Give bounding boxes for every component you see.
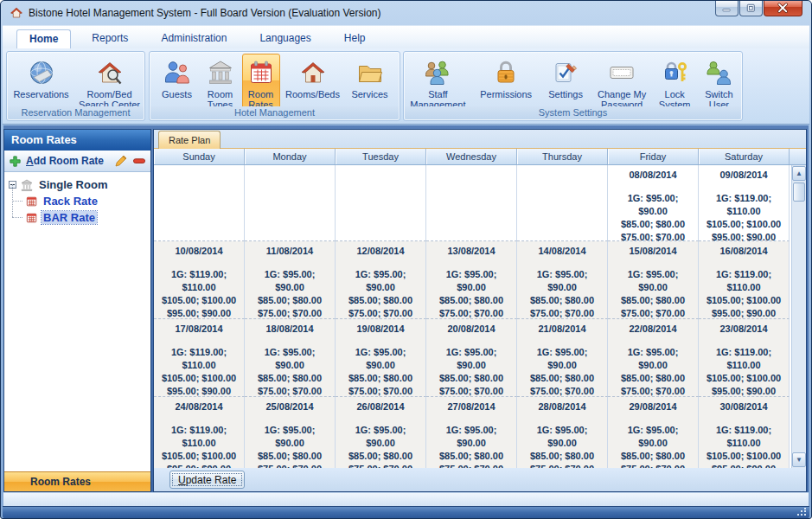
rate-line: $90.00 — [608, 437, 698, 450]
ribbon-button-lock-system[interactable]: Lock System — [655, 54, 695, 112]
menu-tab-help[interactable]: Help — [332, 29, 378, 48]
ribbon-button-room-bed-search-center[interactable]: Room/Bed Search Center — [76, 54, 143, 112]
grid-header-wednesday[interactable]: Wednesday — [426, 149, 517, 164]
rate-cell[interactable]: 18/08/20141G: $95.00;$90.00$85.00; $80.0… — [245, 319, 336, 397]
rate-cell-date: 30/08/2014 — [699, 400, 789, 413]
menu-tab-home[interactable]: Home — [16, 29, 71, 48]
rate-cell[interactable] — [336, 165, 426, 241]
restore-button[interactable] — [739, 0, 763, 16]
rate-cell[interactable]: 25/08/20141G: $95.00;$90.00$85.00; $80.0… — [245, 397, 336, 468]
delete-icon[interactable] — [132, 154, 146, 168]
rate-line: $85.00; $80.00 — [608, 294, 698, 307]
rate-cell[interactable]: 16/08/20141G: $119.00;$110.00$105.00; $1… — [699, 241, 790, 319]
ribbon-button-settings[interactable]: Settings — [542, 54, 590, 102]
rate-cell[interactable]: 27/08/20141G: $95.00;$90.00$85.00; $80.0… — [426, 397, 517, 468]
grid-header-thursday[interactable]: Thursday — [517, 149, 608, 164]
rate-cell[interactable]: 09/08/20141G: $119.00;$110.00$105.00; $1… — [699, 165, 790, 241]
rate-cell[interactable]: 21/08/20141G: $95.00;$90.00$85.00; $80.0… — [517, 319, 608, 397]
rate-cell[interactable]: 08/08/20141G: $95.00;$90.00$85.00; $80.0… — [608, 165, 699, 241]
house-icon — [299, 56, 327, 88]
tree-item-bar-rate[interactable]: BAR Rate — [4, 209, 150, 226]
close-button[interactable] — [764, 0, 802, 16]
rate-line: 1G: $95.00; — [426, 346, 516, 359]
update-rate-button[interactable]: Update Rate — [169, 471, 245, 489]
rate-line: 1G: $95.00; — [608, 192, 698, 205]
vertical-scrollbar[interactable]: ▲ ▼ — [791, 165, 806, 468]
rate-cell-date: 17/08/2014 — [154, 323, 244, 335]
rate-cell[interactable]: 17/08/20141G: $119.00;$110.00$105.00; $1… — [154, 319, 245, 397]
rate-cell[interactable]: 24/08/20141G: $119.00;$110.00$105.00; $1… — [154, 397, 245, 468]
resize-grip-icon[interactable] — [797, 508, 807, 516]
ribbon-button-reservations[interactable]: Reservations — [9, 54, 74, 102]
rate-cell[interactable]: 22/08/20141G: $95.00;$90.00$85.00; $80.0… — [608, 319, 699, 397]
rate-line: $90.00 — [245, 281, 335, 294]
tree-item-rack-rate[interactable]: Rack Rate — [4, 193, 150, 209]
rate-line: 1G: $95.00; — [608, 268, 698, 281]
rate-line: 1G: $95.00; — [426, 268, 516, 281]
ribbon-button-staff-management[interactable]: Staff Management — [406, 54, 470, 112]
grid-header-monday[interactable]: Monday — [245, 149, 336, 164]
notepad-icon — [552, 56, 579, 88]
add-room-rate-button[interactable]: Add Room Rate — [26, 155, 110, 167]
scroll-up-button[interactable]: ▲ — [792, 166, 806, 181]
rate-cell[interactable]: 20/08/20141G: $95.00;$90.00$85.00; $80.0… — [426, 319, 517, 397]
room-rates-nav-button[interactable]: Room Rates — [4, 471, 150, 491]
grid-header-friday[interactable]: Friday — [608, 149, 699, 164]
rate-line: $85.00; $80.00 — [336, 294, 425, 307]
tab-strip: Rate Plan — [154, 130, 806, 149]
rate-cell[interactable] — [154, 165, 245, 241]
ribbon-button-permissions[interactable]: Permissions — [473, 54, 540, 102]
columns-icon — [207, 56, 234, 88]
rate-cell[interactable] — [426, 165, 517, 241]
update-rate-row: Update Rate — [154, 468, 806, 491]
ribbon-group-hotel-management: GuestsRoom TypesRoom RatesRooms/BedsServ… — [149, 51, 400, 121]
rate-cell[interactable]: 19/08/20141G: $95.00;$90.00$85.00; $80.0… — [336, 319, 426, 397]
rate-line: 1G: $119.00; — [699, 192, 789, 205]
rate-cell[interactable]: 12/08/20141G: $95.00;$90.00$85.00; $80.0… — [336, 241, 426, 319]
ribbon-button-label: Settings — [548, 89, 583, 99]
ribbon-button-room-types[interactable]: Room Types — [201, 54, 240, 112]
rate-cell[interactable]: 30/08/20141G: $119.00;$110.00$105.00; $1… — [699, 397, 790, 468]
minimize-button[interactable] — [715, 0, 738, 16]
tab-rate-plan[interactable]: Rate Plan — [158, 131, 221, 149]
ribbon-button-switch-user[interactable]: Switch User — [698, 54, 740, 112]
rate-line: 1G: $95.00; — [336, 424, 425, 437]
sidebar-toolbar: Add Room Rate — [4, 151, 150, 172]
grid-header-sunday[interactable]: Sunday — [154, 149, 245, 164]
rate-line: $110.00 — [154, 359, 244, 372]
grid-header-tuesday[interactable]: Tuesday — [336, 149, 426, 164]
ribbon-button-guests[interactable]: Guests — [156, 54, 199, 102]
menu-tab-reports[interactable]: Reports — [80, 29, 140, 48]
scroll-down-button[interactable]: ▼ — [792, 452, 806, 467]
rate-cell[interactable] — [517, 165, 608, 241]
ribbon-button-services[interactable]: Services — [346, 54, 394, 102]
rate-line: $75.00; $70.00 — [517, 385, 607, 398]
tree-item-single-room[interactable]: Single Room — [4, 176, 150, 193]
window-title: Bistone Hotel Management System - Full B… — [29, 7, 381, 19]
rate-cell[interactable]: 28/08/20141G: $95.00;$90.00$85.00; $80.0… — [517, 397, 608, 468]
close-icon — [777, 2, 790, 15]
ribbon-button-room-rates[interactable]: Room Rates — [242, 54, 280, 112]
menu-tab-administration[interactable]: Administration — [149, 29, 239, 48]
rate-cell[interactable] — [245, 165, 336, 241]
ribbon-button-change-my-password[interactable]: Change My Password — [592, 54, 652, 112]
rate-line: 1G: $95.00; — [336, 346, 425, 359]
rate-cell-date: 25/08/2014 — [245, 400, 335, 413]
rate-line: $95.00; $90.00 — [699, 385, 789, 398]
ribbon-button-rooms-beds[interactable]: Rooms/Beds — [283, 54, 343, 102]
rate-cell[interactable]: 11/08/20141G: $95.00;$90.00$85.00; $80.0… — [245, 241, 336, 319]
rate-cell[interactable]: 29/08/20141G: $95.00;$90.00$85.00; $80.0… — [608, 397, 699, 468]
edit-icon[interactable] — [114, 154, 128, 168]
rate-cell[interactable]: 26/08/20141G: $95.00;$90.00$85.00; $80.0… — [336, 397, 426, 468]
rate-cell[interactable]: 10/08/20141G: $119.00;$110.00$105.00; $1… — [154, 241, 245, 319]
rate-line: $90.00 — [517, 281, 607, 294]
menu-tab-languages[interactable]: Languages — [247, 29, 323, 48]
grid-header-saturday[interactable]: Saturday — [699, 149, 790, 164]
rate-cell[interactable]: 14/08/20141G: $95.00;$90.00$85.00; $80.0… — [517, 241, 608, 319]
rate-cell[interactable]: 15/08/20141G: $95.00;$90.00$85.00; $80.0… — [608, 241, 699, 319]
rate-cell[interactable]: 13/08/20141G: $95.00;$90.00$85.00; $80.0… — [426, 241, 517, 319]
scrollbar-thumb[interactable] — [793, 183, 805, 202]
rate-cell[interactable]: 23/08/20141G: $119.00;$110.00$105.00; $1… — [699, 319, 790, 397]
grid-week-row: 10/08/20141G: $119.00;$110.00$105.00; $1… — [154, 241, 791, 319]
menu-bar: HomeReportsAdministrationLanguagesHelp — [3, 25, 809, 48]
